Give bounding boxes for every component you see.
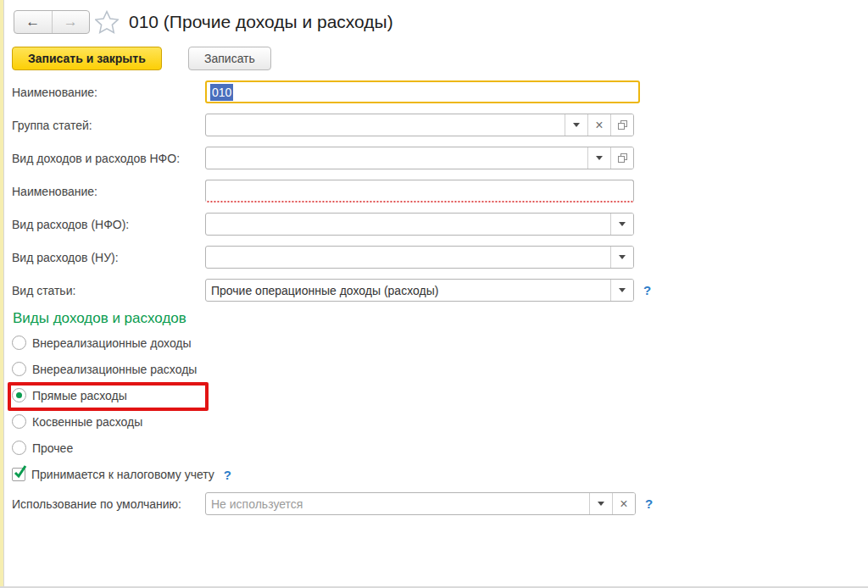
tax-accounting-checkbox[interactable] [12,468,25,481]
chevron-down-icon [573,123,580,127]
radio-label: Косвенные расходы [32,415,142,429]
tax-accounting-checkbox-label: Принимается к налоговому учету [31,468,214,481]
checkmark-icon [14,465,28,480]
radio-circle[interactable] [12,414,26,429]
form-window: { "window": { "title": "010 (Прочие дохо… [0,0,868,588]
page-title: 010 (Прочие доходы и расходы) [129,12,393,32]
default-usage-clear-button[interactable]: × [612,493,635,514]
expense-nu-combo[interactable] [205,246,634,269]
field-row-expense-nu: Вид расходов (НУ): [12,246,651,269]
radio-indirect-expenses[interactable]: Косвенные расходы [12,414,197,429]
radio-label: Внереализационные расходы [32,363,197,376]
field-row-article-kind: Вид статьи: Прочие операционные доходы (… [12,279,651,302]
expense-nu-field-label: Вид расходов (НУ): [12,251,205,264]
default-usage-label: Использование по умолчанию: [12,497,205,511]
default-usage-combo-value[interactable]: Не используется [206,497,589,511]
radio-direct-expenses[interactable]: Прямые расходы [12,388,197,402]
name2-input[interactable] [205,180,634,202]
nfo-kind-dropdown-button[interactable] [587,147,610,169]
section-title: Виды доходов и расходов [13,310,186,327]
default-usage-combo[interactable]: Не используется × [205,492,636,515]
radio-circle[interactable] [12,362,26,376]
article-kind-dropdown-button[interactable] [610,280,633,301]
group-clear-button[interactable]: × [587,114,610,136]
field-row-name: Наименование: 010 [12,80,651,103]
field-row-expense-nfo: Вид расходов (НФО): [12,213,651,236]
radio-label: Прочее [32,441,73,455]
radio-circle[interactable] [12,441,26,455]
expense-nfo-dropdown-button[interactable] [610,214,633,235]
history-nav: ← → [14,10,90,34]
group-open-button[interactable] [610,114,633,136]
nfo-kind-combo[interactable] [205,147,634,169]
form-fields: Наименование: 010 Группа статей: × Вид д… [12,80,651,312]
name-input[interactable]: 010 [205,80,640,103]
radio-circle[interactable] [12,336,26,350]
save-and-close-button[interactable]: Записать и закрыть [12,47,162,70]
radio-nonoperating-income[interactable]: Внереализационные доходы [12,336,197,350]
nfo-kind-field-label: Вид доходов и расходов НФО: [12,152,205,165]
open-icon [617,153,628,164]
nfo-kind-open-button[interactable] [610,147,633,169]
article-kind-combo[interactable]: Прочие операционные доходы (расходы) [205,279,634,302]
back-button[interactable]: ← [14,11,53,33]
back-arrow-icon: ← [25,14,40,31]
group-combo[interactable]: × [205,114,634,136]
radio-label: Внереализационные доходы [32,336,192,350]
default-usage-dropdown-button[interactable] [589,493,612,514]
forward-arrow-icon: → [64,14,78,31]
tax-accounting-checkbox-row: Принимается к налоговому учету ? [12,467,231,482]
name2-field-label: Наименование: [12,185,205,198]
expense-nfo-field-label: Вид расходов (НФО): [12,218,205,231]
radio-nonoperating-expenses[interactable]: Внереализационные расходы [12,362,197,376]
radio-other[interactable]: Прочее [12,441,197,455]
radio-circle[interactable] [12,388,26,402]
article-kind-combo-value[interactable]: Прочие операционные доходы (расходы) [206,284,610,297]
star-outline-icon [95,10,119,34]
radio-label: Прямые расходы [32,389,127,402]
open-icon [617,119,628,130]
save-button[interactable]: Записать [188,47,271,70]
group-field-label: Группа статей: [12,119,205,132]
article-kind-help-link[interactable]: ? [643,283,651,297]
name-field-label: Наименование: [12,86,205,99]
default-usage-help-link[interactable]: ? [645,496,653,511]
field-row-nfo-kind: Вид доходов и расходов НФО: [12,147,651,169]
favorite-star-button[interactable] [95,10,119,34]
expense-nu-dropdown-button[interactable] [610,247,633,268]
article-kind-field-label: Вид статьи: [12,284,205,297]
chevron-down-icon [596,156,603,160]
chevron-down-icon [619,288,626,292]
chevron-down-icon [619,255,626,259]
group-dropdown-button[interactable] [565,114,587,136]
field-row-group: Группа статей: × [12,114,651,136]
clear-icon: × [620,497,627,511]
income-expense-kind-radio-group: Внереализационные доходы Внереализационн… [12,336,197,467]
default-usage-row: Использование по умолчанию: Не используе… [12,492,653,515]
expense-nfo-combo[interactable] [205,213,634,236]
name-input-selected-text: 010 [210,84,233,101]
tax-accounting-help-link[interactable]: ? [224,468,231,482]
chevron-down-icon [619,222,626,226]
field-row-name2: Наименование: [12,180,651,202]
clear-icon: × [595,119,603,132]
window-left-edge [0,0,4,588]
forward-button[interactable]: → [53,11,90,33]
chevron-down-icon [598,502,604,506]
